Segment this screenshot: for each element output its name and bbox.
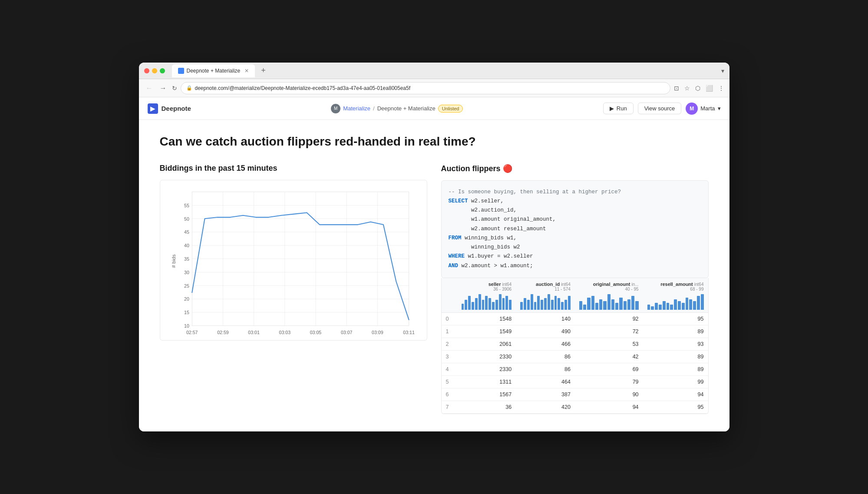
table-row: 2 2061 466 53 93 xyxy=(442,338,708,350)
sql-keyword-select: SELECT xyxy=(449,198,468,204)
svg-text:10: 10 xyxy=(184,323,189,328)
tab-label: Deepnote + Materialize xyxy=(187,68,241,74)
right-panel: Auction flippers 🔴 -- Is someone buying,… xyxy=(441,164,709,414)
sql-keyword-from: FROM xyxy=(449,235,462,241)
window-chevron-icon[interactable]: ▾ xyxy=(721,67,724,74)
table-col-idx xyxy=(442,278,457,313)
table-col-seller: seller int64 36 - 3906 xyxy=(457,278,516,313)
traffic-lights xyxy=(144,68,165,73)
cell-seller: 36 xyxy=(457,401,516,413)
maximize-button[interactable] xyxy=(160,68,165,73)
breadcrumb-avatar: M xyxy=(331,104,340,113)
left-panel: Biddings in the past 15 minutes # bids xyxy=(160,164,427,414)
cell-auction-id: 86 xyxy=(516,350,575,363)
tab-favicon xyxy=(178,68,184,74)
lock-icon: 🔒 xyxy=(186,85,192,91)
cell-original-amount: 94 xyxy=(575,401,643,413)
data-table: seller int64 36 - 3906 auction_id int64 … xyxy=(442,278,708,414)
table-row: 7 36 420 94 95 xyxy=(442,401,708,413)
logo-icon: ▶ xyxy=(148,103,158,114)
cell-auction-id: 420 xyxy=(516,401,575,413)
cell-seller: 2330 xyxy=(457,350,516,363)
sql-block: -- Is someone buying, then selling at a … xyxy=(441,180,709,278)
address-bar-actions: ⊡ ☆ ⬡ ⬜ ⋮ xyxy=(674,85,724,92)
breadcrumb-user-link[interactable]: Materialize xyxy=(343,105,370,112)
svg-text:02:57: 02:57 xyxy=(186,329,198,335)
run-button[interactable]: ▶ Run xyxy=(603,103,634,114)
sql-text-7: w1.buyer = w2.seller xyxy=(465,253,533,259)
cell-auction-id: 86 xyxy=(516,363,575,375)
tab-close-button[interactable]: ✕ xyxy=(244,68,249,74)
cell-original-amount: 42 xyxy=(575,350,643,363)
table-header-row: seller int64 36 - 3906 auction_id int64 … xyxy=(442,278,708,313)
cell-idx: 5 xyxy=(442,375,457,388)
cell-idx: 4 xyxy=(442,363,457,375)
cell-resell-amount: 89 xyxy=(643,363,708,375)
table-body: 0 1548 140 92 95 1 1549 490 72 89 2 2061… xyxy=(442,312,708,413)
table-col-original-amount: original_amount in... 40 - 95 xyxy=(575,278,643,313)
svg-text:03:09: 03:09 xyxy=(372,329,383,335)
cell-original-amount: 69 xyxy=(575,363,643,375)
main-content: Can we catch auction flippers red-handed… xyxy=(139,120,729,431)
cell-resell-amount: 89 xyxy=(643,350,708,363)
url-text: deepnote.com/@materialize/Deepnote-Mater… xyxy=(195,85,411,91)
app-header: ▶ Deepnote M Materialize / Deepnote + Ma… xyxy=(139,97,729,120)
breadcrumb-separator: / xyxy=(373,105,375,112)
table-row: 1 1549 490 72 89 xyxy=(442,325,708,338)
sql-text-4: w2.amount resell_amount xyxy=(449,226,546,232)
run-label: Run xyxy=(617,105,627,112)
cell-original-amount: 90 xyxy=(575,388,643,401)
cell-seller: 2061 xyxy=(457,338,516,350)
cell-original-amount: 53 xyxy=(575,338,643,350)
app-name: Deepnote xyxy=(162,105,191,112)
svg-text:02:59: 02:59 xyxy=(217,329,229,335)
chart-container: # bids xyxy=(160,180,427,341)
cell-auction-id: 387 xyxy=(516,388,575,401)
cell-original-amount: 79 xyxy=(575,375,643,388)
minimize-button[interactable] xyxy=(152,68,157,73)
header-actions: ▶ Run View source M Marta ▾ xyxy=(603,103,721,115)
sql-text-5: winning_bids w1, xyxy=(462,235,517,241)
browser-tab[interactable]: Deepnote + Materialize ✕ xyxy=(172,64,255,77)
forward-button[interactable]: → xyxy=(158,83,168,94)
user-menu[interactable]: M Marta ▾ xyxy=(686,103,720,115)
table-row: 0 1548 140 92 95 xyxy=(442,312,708,325)
reload-button[interactable]: ↻ xyxy=(172,85,177,92)
cell-idx: 0 xyxy=(442,312,457,325)
table-row: 6 1567 387 90 94 xyxy=(442,388,708,401)
data-table-wrapper: seller int64 36 - 3906 auction_id int64 … xyxy=(441,278,709,414)
cell-auction-id: 140 xyxy=(516,312,575,325)
title-bar: Deepnote + Materialize ✕ + ▾ xyxy=(139,63,729,79)
cast-icon[interactable]: ⊡ xyxy=(674,85,679,92)
two-column-layout: Biddings in the past 15 minutes # bids xyxy=(160,164,709,414)
sql-text-8: w2.amount > w1.amount; xyxy=(458,263,533,269)
cell-seller: 1567 xyxy=(457,388,516,401)
extensions-icon[interactable]: ⬡ xyxy=(695,85,700,92)
view-source-button[interactable]: View source xyxy=(638,103,682,114)
svg-text:03:01: 03:01 xyxy=(248,329,260,335)
unlisted-badge: Unlisted xyxy=(438,105,463,113)
breadcrumb-project: Deepnote + Materialize xyxy=(377,105,436,112)
new-tab-button[interactable]: + xyxy=(258,66,268,75)
svg-text:03:05: 03:05 xyxy=(310,329,321,335)
svg-text:45: 45 xyxy=(184,229,189,235)
menu-icon[interactable]: ⋮ xyxy=(718,85,724,92)
close-button[interactable] xyxy=(144,68,149,73)
svg-text:03:07: 03:07 xyxy=(340,329,352,335)
cell-auction-id: 490 xyxy=(516,325,575,338)
url-input[interactable]: 🔒 deepnote.com/@materialize/Deepnote-Mat… xyxy=(181,82,670,94)
page-title: Can we catch auction flippers red-handed… xyxy=(160,134,709,149)
svg-text:50: 50 xyxy=(184,216,189,221)
cell-idx: 3 xyxy=(442,350,457,363)
profile-icon[interactable]: ⬜ xyxy=(706,85,713,92)
svg-text:55: 55 xyxy=(184,202,189,208)
sql-text-3: w1.amount original_amount, xyxy=(449,216,556,222)
back-button[interactable]: ← xyxy=(144,83,155,94)
breadcrumb: M Materialize / Deepnote + Materialize U… xyxy=(200,104,594,113)
app-logo[interactable]: ▶ Deepnote xyxy=(148,103,191,114)
cell-resell-amount: 94 xyxy=(643,388,708,401)
bookmark-icon[interactable]: ☆ xyxy=(684,85,690,92)
table-col-resell-amount: resell_amount int64 68 - 99 xyxy=(643,278,708,313)
address-bar: ← → ↻ 🔒 deepnote.com/@materialize/Deepno… xyxy=(139,79,729,97)
table-row: 3 2330 86 42 89 xyxy=(442,350,708,363)
